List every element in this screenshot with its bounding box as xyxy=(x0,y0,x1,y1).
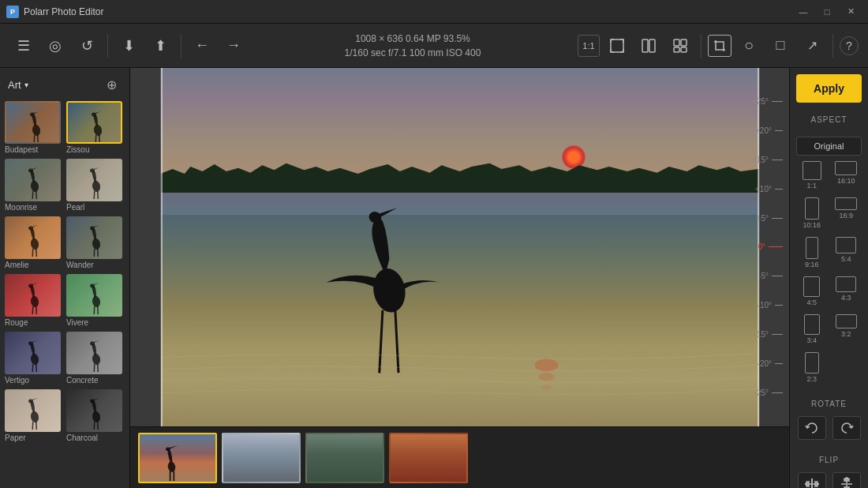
filter-vertigo[interactable]: Vertigo xyxy=(5,332,63,386)
filter-thumb-wander xyxy=(66,216,122,259)
ruler-tick-15-top: +15° xyxy=(752,156,783,164)
aspect-4_5[interactable]: 4:5 xyxy=(796,274,828,309)
filter-vivere[interactable]: Vivere xyxy=(66,274,125,328)
filter-rouge[interactable]: Rouge xyxy=(5,274,63,328)
minimize-button[interactable]: — xyxy=(792,3,814,21)
apply-button[interactable]: Apply xyxy=(796,74,862,103)
filter-concrete[interactable]: Concrete xyxy=(66,332,125,386)
svg-rect-13 xyxy=(95,135,96,143)
filter-pearl[interactable]: Pearl xyxy=(66,159,125,213)
svg-point-19 xyxy=(92,180,101,193)
aspect-9_16[interactable]: 9:16 xyxy=(796,235,828,271)
toolbar-separator xyxy=(107,34,108,58)
filmstrip-thumb-mountains[interactable] xyxy=(305,433,384,483)
aspect-3_2[interactable]: 3:2 xyxy=(831,312,862,347)
close-button[interactable]: ✕ xyxy=(840,3,862,21)
svg-point-35 xyxy=(92,295,101,308)
svg-point-11 xyxy=(93,124,103,137)
aspect-icon-10_16 xyxy=(805,197,819,220)
aspect-label-4_3: 4:3 xyxy=(841,294,851,302)
aspect-icon-3_4 xyxy=(804,314,820,335)
filter-amelie[interactable]: Amelie xyxy=(5,216,63,271)
aspect-icon-16_9 xyxy=(835,197,857,210)
toolbar: ☰ ◎ ↺ ⬇ ⬆ ← → 1008 × 636 0.64 MP 93.5% 1… xyxy=(0,24,868,68)
filter-panel-header: Art ▾ ⊕ xyxy=(0,68,129,101)
filmstrip-thumbs xyxy=(138,433,468,483)
aspect-label-16_10: 16:10 xyxy=(837,177,855,185)
add-filter-button[interactable]: ⊕ xyxy=(101,74,122,95)
tick-line xyxy=(772,276,783,276)
aspect-icon-4_5 xyxy=(803,276,820,297)
flip-vertical-button[interactable] xyxy=(832,472,861,488)
ruler-tick-0: 0° xyxy=(758,242,783,251)
download-button[interactable]: ⬇ xyxy=(114,32,143,60)
filter-thumb-vertigo xyxy=(5,332,61,374)
svg-rect-58 xyxy=(394,310,399,374)
fit-button[interactable] xyxy=(603,32,631,60)
filter-moonrise[interactable]: Moonrise xyxy=(5,159,63,213)
filter-charcoal[interactable]: Charcoal xyxy=(66,389,125,444)
rotate-ccw-button[interactable] xyxy=(798,416,826,440)
aspect-4_3[interactable]: 4:3 xyxy=(831,274,862,309)
filter-paper[interactable]: Paper xyxy=(5,389,63,444)
ruler-tick-20-bot: -20° xyxy=(758,359,783,368)
flip-horizontal-button[interactable] xyxy=(798,472,826,488)
aspect-label-4_5: 4:5 xyxy=(806,298,817,306)
help-button[interactable]: ? xyxy=(840,36,859,55)
ellipse-button[interactable]: ○ xyxy=(735,32,763,60)
ruler-label: -25° xyxy=(754,389,769,397)
aspect-label-3_2: 3:2 xyxy=(841,330,851,338)
svg-rect-14 xyxy=(99,135,100,143)
original-aspect-button[interactable]: Original xyxy=(796,137,862,156)
aspect-label-16_9: 16:9 xyxy=(839,212,853,220)
upload-button[interactable]: ⬆ xyxy=(146,32,174,60)
svg-rect-38 xyxy=(97,306,99,314)
zoom-1-1-button[interactable]: 1:1 xyxy=(578,35,600,57)
aspect-3_4[interactable]: 3:4 xyxy=(796,312,828,347)
aspect-label-1_1: 1:1 xyxy=(806,182,817,190)
filter-budapest[interactable]: Budapest xyxy=(5,101,63,156)
compare-button[interactable] xyxy=(634,32,663,60)
back-button[interactable]: ← xyxy=(188,32,216,60)
category-label: Art xyxy=(8,79,21,91)
aspect-icon-3_2 xyxy=(836,314,857,328)
tick-line xyxy=(775,305,783,306)
aspect-5_4[interactable]: 5:4 xyxy=(831,235,862,271)
filmstrip-thumb-canyon[interactable] xyxy=(389,433,468,483)
aspect-16_10[interactable]: 16:10 xyxy=(831,159,862,192)
svg-rect-49 xyxy=(32,422,33,430)
aspect-2_3[interactable]: 2:3 xyxy=(796,350,828,385)
rect-button[interactable]: □ xyxy=(766,32,795,60)
filter-label-pearl: Pearl xyxy=(66,201,125,213)
filter-label-charcoal: Charcoal xyxy=(66,432,125,444)
crop-button[interactable] xyxy=(708,35,731,57)
filmstrip-thumb-clouds[interactable] xyxy=(222,433,301,483)
svg-point-47 xyxy=(30,411,39,423)
effects-button[interactable]: ◎ xyxy=(41,32,69,60)
image-container[interactable]: +25° +20° +15° +10° +5° xyxy=(130,68,789,426)
category-dropdown[interactable]: Art ▾ xyxy=(8,79,28,91)
filter-label-zissou: Zissou xyxy=(66,144,125,156)
app-icon: P xyxy=(6,6,19,18)
aspect-1_1[interactable]: 1:1 xyxy=(796,159,828,192)
maximize-button[interactable]: □ xyxy=(816,3,838,21)
filmstrip-thumb-heron[interactable] xyxy=(138,433,217,483)
filter-label-vertigo: Vertigo xyxy=(5,374,63,386)
svg-rect-1 xyxy=(642,39,648,52)
aspect-16_9[interactable]: 16:9 xyxy=(831,195,862,231)
aspect-10_16[interactable]: 10:16 xyxy=(796,195,828,231)
menu-button[interactable]: ☰ xyxy=(9,32,38,60)
forward-button[interactable]: → xyxy=(219,32,248,60)
filter-thumb-moonrise xyxy=(5,159,61,201)
undo-button[interactable]: ↺ xyxy=(73,32,101,60)
image-meta: 1/160 sec f/7.1 100 mm ISO 400 xyxy=(345,46,481,60)
histogram-button[interactable] xyxy=(666,32,694,60)
rotate-cw-button[interactable] xyxy=(832,416,861,440)
aspect-label-3_4: 3:4 xyxy=(806,336,817,344)
filter-zissou[interactable]: Zissou xyxy=(66,101,125,156)
filter-wander[interactable]: Wander xyxy=(66,216,125,271)
pointer-button[interactable]: ↗ xyxy=(798,32,826,60)
aspect-label-2_3: 2:3 xyxy=(806,375,817,383)
svg-rect-64 xyxy=(170,471,171,480)
aspect-icon-4_3 xyxy=(836,276,856,292)
